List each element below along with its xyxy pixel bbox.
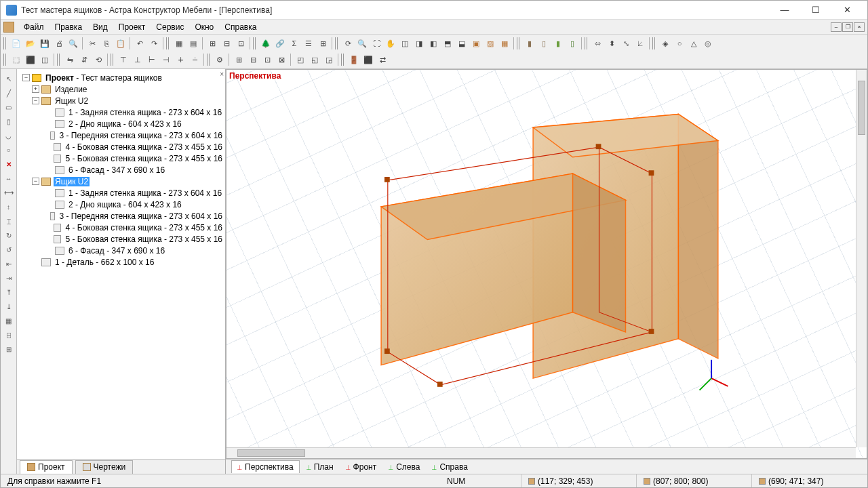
layout6-icon[interactable]: ◱ <box>308 53 321 66</box>
sigma-icon[interactable]: Σ <box>288 37 301 50</box>
tree-detail[interactable]: 1 - Деталь - 662 x 100 x 16 <box>18 256 224 268</box>
sphere-icon[interactable]: ○ <box>673 37 686 50</box>
collapse-icon[interactable]: − <box>22 74 30 81</box>
arc-icon[interactable]: ◡ <box>2 129 16 142</box>
preview-icon[interactable]: 🔍 <box>66 37 80 50</box>
menu-service[interactable]: Сервис <box>151 21 189 33</box>
tree-part-item[interactable]: 2 - Дно ящика - 604 x 423 x 16 <box>18 199 224 210</box>
tree-part-item[interactable]: 6 - Фасад - 347 x 690 x 16 <box>18 164 224 176</box>
view1-icon[interactable]: ◫ <box>398 37 412 50</box>
tree-part-item[interactable]: 1 - Задняя стенка ящика - 273 x 604 x 16 <box>18 187 224 199</box>
table-icon[interactable]: ⊞ <box>316 37 330 50</box>
grid-icon[interactable]: ▦ <box>172 37 186 50</box>
down-icon[interactable]: ⤓ <box>2 300 16 313</box>
t4-icon[interactable]: ⊣ <box>159 53 173 66</box>
pan-icon[interactable]: ✋ <box>384 37 397 50</box>
tree-part-item[interactable]: 6 - Фасад - 347 x 690 x 16 <box>18 245 224 256</box>
delete-icon[interactable]: ✕ <box>2 157 16 171</box>
open-icon[interactable]: 📂 <box>24 37 37 50</box>
t1-icon[interactable]: ⊤ <box>117 53 130 66</box>
toolbar-grip[interactable] <box>57 54 61 66</box>
list-icon[interactable]: ☰ <box>302 37 315 50</box>
align3-icon[interactable]: ⊡ <box>234 37 248 50</box>
rotate-cw-icon[interactable]: ↻ <box>2 228 16 242</box>
view-tab-plan[interactable]: ⟂План <box>301 461 339 473</box>
tree-icon[interactable]: 🌲 <box>259 37 273 50</box>
render3-icon[interactable]: ▦ <box>498 37 511 50</box>
render2-icon[interactable]: ▨ <box>484 37 497 50</box>
t5-icon[interactable]: ∔ <box>174 53 187 66</box>
rotate-ccw-icon[interactable]: ↺ <box>2 243 16 256</box>
grid2-icon[interactable]: ▤ <box>186 37 200 50</box>
new-icon[interactable]: 📄 <box>9 37 23 50</box>
texture-icon[interactable]: ▦ <box>2 314 16 327</box>
toolbar-grip[interactable] <box>207 54 211 66</box>
mdi-close[interactable]: × <box>854 22 865 32</box>
in-icon[interactable]: ⇤ <box>2 257 16 270</box>
cube-icon[interactable]: ◈ <box>658 37 672 50</box>
material2-icon[interactable]: ▯ <box>537 37 551 50</box>
menu-help[interactable]: Справка <box>219 21 262 33</box>
view4-icon[interactable]: ⬒ <box>441 37 454 50</box>
zoom-in-icon[interactable]: 🔍 <box>355 37 369 50</box>
rect2-icon[interactable]: ▯ <box>2 115 16 128</box>
grid-tool-icon[interactable]: ⊞ <box>2 342 16 356</box>
text-icon[interactable]: ⌶ <box>2 214 16 228</box>
material3-icon[interactable]: ▮ <box>551 37 565 50</box>
panel-close-icon[interactable]: × <box>220 70 224 78</box>
scrollbar-horizontal[interactable] <box>226 447 856 458</box>
menu-project[interactable]: Проект <box>113 21 151 33</box>
layout1-icon[interactable]: ⊞ <box>232 53 245 66</box>
t3-icon[interactable]: ⊢ <box>145 53 159 66</box>
save-icon[interactable]: 💾 <box>38 37 52 50</box>
mdi-minimize[interactable]: – <box>831 22 842 32</box>
t6-icon[interactable]: ∸ <box>188 53 201 66</box>
view-tab-left[interactable]: ⟂Слева <box>383 461 425 473</box>
dim2-icon[interactable]: ⬍ <box>605 37 618 50</box>
minimize-button[interactable]: — <box>770 2 800 18</box>
struct-icon[interactable]: ⌸ <box>2 328 16 342</box>
menu-file[interactable]: Файл <box>18 21 50 33</box>
flip-h-icon[interactable]: ⇋ <box>63 53 77 66</box>
toolbar-grip[interactable] <box>341 54 345 66</box>
align2-icon[interactable]: ⊟ <box>220 37 233 50</box>
link-icon[interactable]: 🔗 <box>273 37 287 50</box>
refresh-icon[interactable]: ⟳ <box>341 37 355 50</box>
scrollbar-vertical[interactable] <box>856 70 867 447</box>
circle-icon[interactable]: ○ <box>2 143 16 157</box>
material1-icon[interactable]: ▮ <box>523 37 536 50</box>
view3-icon[interactable]: ◧ <box>427 37 440 50</box>
align-icon[interactable]: ⊞ <box>205 37 219 50</box>
select-icon[interactable]: ⬚ <box>9 53 23 66</box>
move-icon[interactable]: ↔ <box>2 171 16 185</box>
tab-project[interactable]: Проект <box>20 460 73 474</box>
layout4-icon[interactable]: ⊠ <box>275 53 288 66</box>
furniture2-icon[interactable]: ⬛ <box>361 53 375 66</box>
toolbar-grip[interactable] <box>166 37 170 49</box>
layout2-icon[interactable]: ⊟ <box>246 53 260 66</box>
toolbar-grip[interactable] <box>335 37 339 49</box>
paste-icon[interactable]: 📋 <box>114 37 127 50</box>
view-tab-perspective[interactable]: ⟂Перспектива <box>231 460 300 473</box>
project-tree[interactable]: − Проект - Тест мастера ящиков + Изделие… <box>17 69 225 459</box>
collapse-icon[interactable]: − <box>32 178 39 185</box>
maximize-button[interactable]: ☐ <box>801 2 831 18</box>
menu-edit[interactable]: Правка <box>50 21 88 33</box>
menu-view[interactable]: Вид <box>87 21 113 33</box>
toolbar-grip[interactable] <box>517 37 521 49</box>
layout3-icon[interactable]: ⊡ <box>260 53 274 66</box>
line-icon[interactable]: ╱ <box>2 86 16 100</box>
dim-v-icon[interactable]: ↕ <box>2 200 16 214</box>
undo-icon[interactable]: ↶ <box>133 37 146 50</box>
expand-icon[interactable]: + <box>32 85 39 93</box>
tree-part-item[interactable]: 5 - Боковая стенка ящика - 273 x 455 x 1… <box>18 233 224 245</box>
flip-v-icon[interactable]: ⇵ <box>77 53 91 66</box>
cone-icon[interactable]: △ <box>687 37 701 50</box>
toolbar-grip[interactable] <box>3 54 7 66</box>
toolbar-grip[interactable] <box>253 37 257 49</box>
dim3-icon[interactable]: ⤡ <box>619 37 633 50</box>
tree-part-item[interactable]: 3 - Передняя стенка ящика - 273 x 604 x … <box>18 129 224 141</box>
dim4-icon[interactable]: ⟀ <box>633 37 647 50</box>
select2-icon[interactable]: ⬛ <box>24 53 37 66</box>
tree-part-item[interactable]: 4 - Боковая стенка ящика - 273 x 455 x 1… <box>18 141 224 152</box>
